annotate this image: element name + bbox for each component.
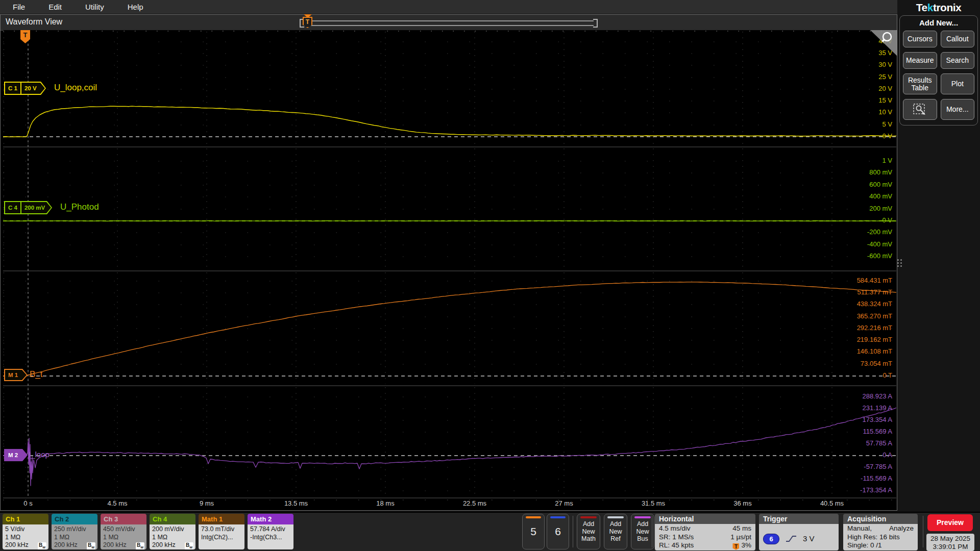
channel-badge-body: 73.0 mT/divIntg(Ch2)... xyxy=(199,524,244,549)
scale-label: 146.108 mT xyxy=(816,347,892,356)
add-new-math-button[interactable]: Add New Math xyxy=(577,514,600,549)
channel-label-ch1[interactable]: U_loop,coil xyxy=(54,83,97,93)
tektronix-logo: Tektronix xyxy=(897,0,980,14)
results-table-button[interactable]: Results Table xyxy=(903,73,937,94)
channel-settings-badge-math1[interactable]: Math 173.0 mT/divIntg(Ch2)... xyxy=(199,514,244,549)
scale-label: -115.569 A xyxy=(816,474,892,483)
measure-button[interactable]: Measure xyxy=(903,52,937,69)
bandwidth-limit-badge: Bw xyxy=(185,542,193,549)
channel-settings-badge-ch3[interactable]: Ch 3450 mV/div1 MΩBw200 kHz xyxy=(101,514,146,549)
channel-5-label: 5 xyxy=(523,525,544,538)
math-label-m1[interactable]: B_t xyxy=(30,369,43,380)
math-badge-m1[interactable]: M 1 xyxy=(4,369,28,381)
channel-badge-row: 73.0 mT/div xyxy=(201,525,242,534)
trigger-settings-panel[interactable]: Trigger 6 3 V xyxy=(759,514,839,550)
acquisition-settings-panel[interactable]: Acquisition Manual,Analyze High Res: 16 … xyxy=(843,514,918,550)
horizontal-value-left: RL: 45 kpts xyxy=(659,541,694,550)
badge-divider xyxy=(20,83,21,94)
channel-settings-badge-ch1[interactable]: Ch 15 V/div1 MΩBw200 kHz xyxy=(3,514,48,549)
channel-badge-row: Intg(Ch2)... xyxy=(201,534,242,542)
channel-badge-row: Bw200 kHz xyxy=(54,541,95,549)
bandwidth-limit-badge: Bw xyxy=(136,542,144,549)
math-label-m2[interactable]: I_loop xyxy=(29,450,50,459)
time-label: 31.5 ms xyxy=(630,499,676,507)
time-label: 18 ms xyxy=(362,499,408,507)
add-new-bus-button[interactable]: Add New Bus xyxy=(631,514,654,549)
menu-item-file[interactable]: File xyxy=(5,3,33,11)
zoom-bar-right-bracket[interactable] xyxy=(593,19,598,28)
scale-label: 57.785 A xyxy=(816,439,892,447)
channel-badge-body: 200 mV/div1 MΩBw200 kHz xyxy=(150,524,195,549)
zoom-select-button[interactable] xyxy=(903,99,937,120)
scale-label: 800 mV xyxy=(816,168,892,177)
channel-badge-row: 450 mV/div xyxy=(103,525,144,534)
scale-label: 0 V xyxy=(816,216,892,224)
trigger-source-badge: 6 xyxy=(763,534,779,544)
plot-button[interactable]: Plot xyxy=(941,73,975,94)
trigger-level-value: 3 V xyxy=(803,535,815,543)
horizontal-zoom-pan-bar[interactable]: T xyxy=(300,15,598,30)
acquisition-panel-body: Manual,Analyze High Res: 16 bits Single:… xyxy=(843,524,918,550)
scale-label: 15 V xyxy=(816,96,892,105)
search-button[interactable]: Search xyxy=(941,52,975,69)
add-new-panel: Add New... Cursors Callout Measure Searc… xyxy=(899,15,978,126)
waveform-trace-ch4-u-photod xyxy=(3,221,896,221)
scale-label: 5 V xyxy=(816,120,892,129)
add-new-title: Add New... xyxy=(903,18,974,27)
menu-item-help[interactable]: Help xyxy=(120,3,151,11)
waveform-plot-area[interactable]: 40 V35 V30 V25 V20 V15 V10 V5 V0 V1 V800… xyxy=(3,30,896,509)
time-label: 27 ms xyxy=(541,499,587,507)
menu-item-edit[interactable]: Edit xyxy=(41,3,69,11)
trigger-panel-body: 6 3 V xyxy=(759,524,839,550)
panel-resize-handle[interactable] xyxy=(897,255,902,270)
horizontal-value-left: 4.5 ms/div xyxy=(659,524,691,533)
channel-label-ch4[interactable]: U_Photod xyxy=(60,202,99,212)
button-label: Add New Ref xyxy=(604,520,627,543)
horizontal-panel-title: Horizontal xyxy=(655,514,755,524)
scale-label: 438.324 mT xyxy=(816,300,892,308)
channel-badge-row: 250 mV/div xyxy=(54,525,95,534)
channel-badge-row: Bw200 kHz xyxy=(103,541,144,549)
cursors-button[interactable]: Cursors xyxy=(903,31,937,47)
callout-button[interactable]: Callout xyxy=(941,31,975,47)
horizontal-settings-panel[interactable]: Horizontal 4.5 ms/div45 msSR: 1 MS/s1 µs… xyxy=(655,514,755,550)
zoom-bar-track[interactable] xyxy=(304,20,594,26)
digital-channel-6-button[interactable]: 6 xyxy=(547,514,569,549)
scale-label: 400 mV xyxy=(816,192,892,201)
channel-settings-badge-ch4[interactable]: Ch 4200 mV/div1 MΩBw200 kHz xyxy=(150,514,195,549)
channel-settings-badge-math2[interactable]: Math 257.784 A/div-Intg(Ch3... xyxy=(248,514,293,549)
horizontal-value-right: T3% xyxy=(732,541,751,550)
horizontal-row: RL: 45 kptsT3% xyxy=(659,541,751,550)
scale-label: 115.569 A xyxy=(816,428,892,436)
channel-badge-ch4[interactable]: C 4200 mV xyxy=(4,201,52,214)
menu-item-utility[interactable]: Utility xyxy=(78,3,112,11)
channel-badge-row: 1 MΩ xyxy=(152,534,193,542)
time-label: 0 s xyxy=(5,499,51,507)
channel-badge-ch1-id: C 1 xyxy=(8,85,17,91)
zoom-select-icon xyxy=(912,103,927,116)
channel-badge-ch1[interactable]: C 120 V xyxy=(4,82,46,95)
divider xyxy=(652,516,652,547)
add-new-button-group: Add New MathAdd New RefAdd New Bus xyxy=(577,514,654,549)
scale-label: 173.354 A xyxy=(816,416,892,424)
more-button[interactable]: More... xyxy=(941,99,975,120)
date-time-display[interactable]: 28 May 2025 3:39:01 PM xyxy=(926,534,974,551)
preview-button[interactable]: Preview xyxy=(927,514,973,531)
math-badge-m2[interactable]: M 2 xyxy=(4,449,28,461)
digital-channel-5-button[interactable]: 5 xyxy=(522,514,545,549)
add-new-ref-button[interactable]: Add New Ref xyxy=(604,514,627,549)
scale-label: 10 V xyxy=(816,108,892,116)
channel-settings-badge-ch2[interactable]: Ch 2250 mV/div1 MΩBw200 kHz xyxy=(52,514,97,549)
button-label: Add New Bus xyxy=(631,520,654,543)
trigger-position-icon: T xyxy=(732,543,739,550)
horizontal-value-right: 45 ms xyxy=(732,524,751,533)
time-label: 4.5 ms xyxy=(94,499,140,507)
waveform-canvas[interactable] xyxy=(3,30,896,509)
channel-badge-header: Ch 2 xyxy=(52,514,97,524)
scale-label: -57.785 A xyxy=(816,463,892,471)
acquisition-analyze: Analyze xyxy=(889,524,914,533)
time-label: 36 ms xyxy=(720,499,766,507)
channel-badge-header: Ch 1 xyxy=(3,514,48,524)
scale-label: -200 mV xyxy=(816,228,892,236)
horizontal-value-right: 1 µs/pt xyxy=(730,533,751,542)
